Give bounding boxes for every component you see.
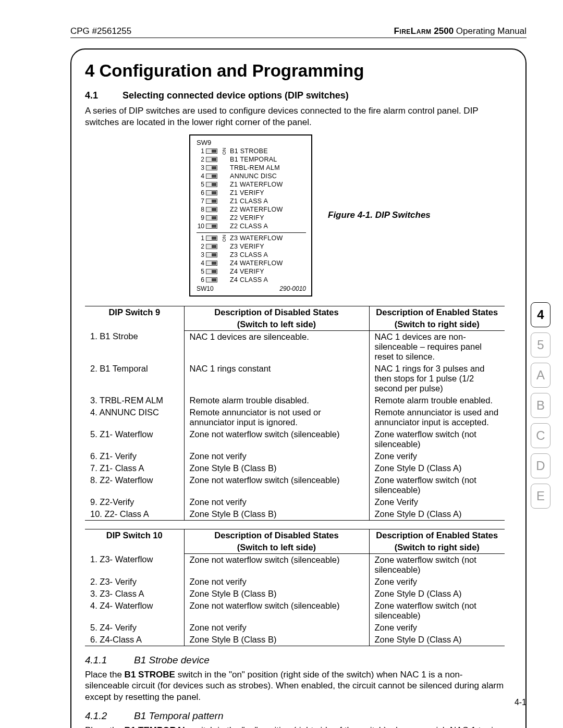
- table-row: 3. TRBL-REM ALMRemote alarm trouble disa…: [85, 394, 505, 406]
- product-name: FireLarm: [394, 26, 431, 36]
- dip-row: 10Z2 CLASS A: [197, 222, 306, 230]
- dip-switch-icon: [206, 224, 217, 229]
- dip-switch-icon: [206, 236, 217, 241]
- dip-row: 6Z1 VERIFY: [197, 189, 306, 197]
- dip-row: 2B1 TEMPORAL: [197, 155, 306, 164]
- t2-h3a: Description of Enabled States: [376, 530, 498, 540]
- table-row: 7. Z1- Class AZone Style B (Class B)Zone…: [85, 462, 505, 474]
- subsection-4-1-1-heading: 4.1.1 B1 Strobe device: [85, 655, 505, 666]
- dip-switch-icon: [206, 207, 217, 212]
- dip-number: 6: [197, 276, 206, 283]
- table-cell: 1. Z3- Waterflow: [85, 553, 184, 576]
- section-title: Selecting connected device options (DIP …: [123, 90, 349, 101]
- table-cell: Zone Style B (Class B): [184, 634, 369, 646]
- table-cell: Zone Style D (Class A): [369, 588, 505, 600]
- dip-label: Z1 WATERFLOW: [230, 181, 283, 188]
- diagram-code: 290-0010: [279, 285, 306, 292]
- table-row: 8. Z2- WaterflowZone not waterflow switc…: [85, 474, 505, 496]
- table-cell: Zone Style D (Class A): [369, 462, 505, 474]
- dip-number: 10: [197, 223, 206, 230]
- dip-switch-icon: [206, 165, 217, 170]
- dip-switch-icon: [206, 182, 217, 187]
- dip-number: 5: [197, 181, 206, 188]
- dip-label: Z4 CLASS A: [230, 276, 268, 283]
- chapter-tab-B[interactable]: B: [531, 393, 550, 418]
- dip-switch-icon: [206, 157, 217, 162]
- dip-number: 6: [197, 189, 206, 196]
- table-cell: Zone Style B (Class B): [184, 588, 369, 600]
- table-cell: Zone Style D (Class A): [369, 508, 505, 521]
- dip-number: 2: [197, 156, 206, 163]
- table-cell: Zone waterflow switch (not silenceable): [369, 553, 505, 576]
- subsection-4-1-1-para: Place the B1 STROBE switch in the "on" p…: [85, 669, 505, 703]
- table-cell: Zone not verify: [184, 450, 369, 462]
- table-cell: NAC 1 rings for 3 pulses and then stops …: [369, 363, 505, 394]
- table-row: 4. Z4- WaterflowZone not waterflow switc…: [85, 600, 505, 622]
- table-cell: Remote alarm trouble disabled.: [184, 394, 369, 406]
- t2-h2a: Description of Disabled States: [214, 530, 338, 540]
- table-cell: Remote alarm trouble enabled.: [369, 394, 505, 406]
- table-cell: Zone Style D (Class A): [369, 634, 505, 646]
- table-cell: Zone verify: [369, 450, 505, 462]
- dip-switch-icon: [206, 269, 217, 274]
- table-cell: Zone not waterflow switch (silenceable): [184, 600, 369, 622]
- dip-number: 4: [197, 260, 206, 267]
- dip-number: 8: [197, 206, 206, 213]
- table-cell: 1. B1 Strobe: [85, 330, 184, 363]
- dip-switch-diagram: SW9 1ONB1 STROBE2B1 TEMPORAL3TRBL-REM AL…: [189, 134, 312, 297]
- dip-label: Z1 VERIFY: [230, 189, 264, 196]
- chapter-tab-A[interactable]: A: [531, 363, 550, 388]
- t1-h3a: Description of Enabled States: [376, 307, 498, 317]
- content-frame: 4 Configuration and Programming 4.1 Sele…: [70, 48, 527, 728]
- dip-row: 2Z3 VERIFY: [197, 242, 306, 251]
- table-cell: Zone Style B (Class B): [184, 462, 369, 474]
- dip-label: TRBL-REM ALM: [230, 164, 280, 171]
- chapter-tab-E[interactable]: E: [531, 484, 550, 509]
- table-row: 6. Z1- VerifyZone not verifyZone verify: [85, 450, 505, 462]
- dip-row: 5Z4 VERIFY: [197, 267, 306, 276]
- chapter-tab-C[interactable]: C: [531, 423, 550, 448]
- dip-switch-icon: [206, 149, 217, 154]
- table-cell: 6. Z4-Class A: [85, 634, 184, 646]
- table-cell: 7. Z1- Class A: [85, 462, 184, 474]
- table-cell: NAC 1 devices are silenceable.: [184, 330, 369, 363]
- table-cell: Zone Verify: [369, 496, 505, 508]
- dip-number: 3: [197, 164, 206, 171]
- chapter-tab-4[interactable]: 4: [531, 302, 550, 327]
- dip-row: 1ONZ3 WATERFLOW: [197, 234, 306, 242]
- table-cell: Zone Style B (Class B): [184, 508, 369, 521]
- table-cell: 4. Z4- Waterflow: [85, 600, 184, 622]
- table-cell: Zone not verify: [184, 622, 369, 634]
- table-row: 2. Z3- VerifyZone not verifyZone verify: [85, 576, 505, 588]
- table-row: 3. Z3- Class AZone Style B (Class B)Zone…: [85, 588, 505, 600]
- subsection-4-1-2-para: Place the B1 TEMPORAL switch in the "on"…: [85, 725, 505, 728]
- table-cell: NAC 1 devices are non-silenceable – requ…: [369, 330, 505, 363]
- dip-number: 7: [197, 198, 206, 205]
- table-cell: 8. Z2- Waterflow: [85, 474, 184, 496]
- section-number: 4.1: [85, 90, 108, 101]
- dip-switch-icon: [206, 199, 217, 204]
- dip-row: 7Z1 CLASS A: [197, 197, 306, 205]
- dip-number: 4: [197, 172, 206, 180]
- table-cell: Zone not waterflow switch (silenceable): [184, 553, 369, 576]
- dip-number: 2: [197, 243, 206, 250]
- subsection-title: B1 Temporal pattern: [134, 710, 223, 722]
- table-cell: 5. Z1- Waterflow: [85, 428, 184, 450]
- t1-h3b: (Switch to right side): [395, 319, 480, 329]
- chapter-tab-D[interactable]: D: [531, 453, 550, 478]
- dip-row: 8Z2 WATERFLOW: [197, 205, 306, 214]
- dip-switch-icon: [206, 261, 217, 266]
- sw10-label: SW10: [197, 285, 214, 292]
- dip-label: Z2 CLASS A: [230, 223, 268, 230]
- dip-number: 5: [197, 268, 206, 275]
- t2-h3b: (Switch to right side): [395, 542, 480, 552]
- sw9-label: SW9: [197, 139, 306, 146]
- dip-switch-icon: [206, 174, 217, 179]
- table-row: 1. Z3- WaterflowZone not waterflow switc…: [85, 553, 505, 576]
- table-cell: Zone not waterflow switch (silenceable): [184, 474, 369, 496]
- subsection-4-1-2-heading: 4.1.2 B1 Temporal pattern: [85, 710, 505, 722]
- chapter-tab-5[interactable]: 5: [531, 332, 550, 357]
- table-cell: 2. Z3- Verify: [85, 576, 184, 588]
- dip-label: Z1 CLASS A: [230, 198, 268, 205]
- dip-row: 9Z2 VERIFY: [197, 214, 306, 222]
